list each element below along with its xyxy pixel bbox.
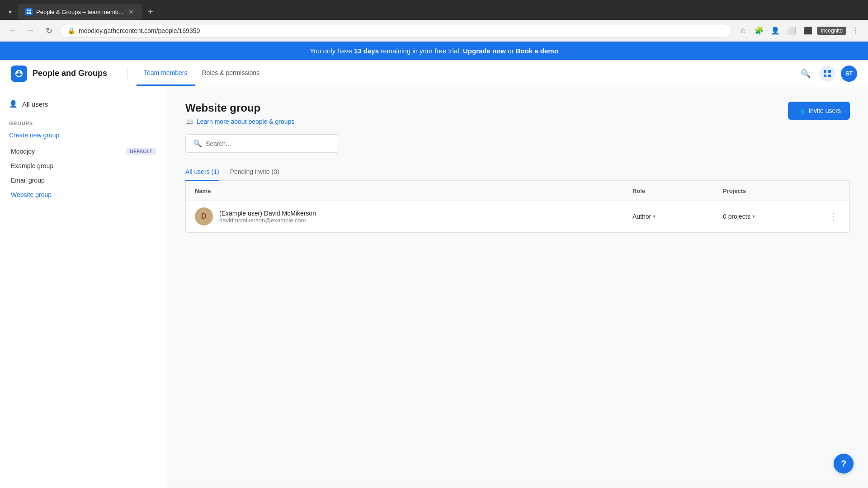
incognito-badge: Incognito [817, 27, 846, 35]
search-box[interactable]: 🔍 [185, 134, 339, 153]
app-logo: People and Groups [11, 66, 107, 82]
tabs: All users (1) Pending invite (0) [185, 164, 850, 181]
tab-favicon [25, 8, 33, 15]
col-actions [813, 188, 840, 194]
extension2-icon[interactable]: ⬜ [784, 23, 799, 38]
nav-roles-permissions[interactable]: Roles & permissions [195, 61, 267, 86]
group-title: Website group [185, 102, 294, 114]
trial-days: 13 days [354, 47, 379, 55]
create-new-group-link[interactable]: Create new group [9, 131, 158, 139]
sidebar-group-email[interactable]: Email group [9, 173, 158, 188]
bookmark-icon[interactable]: ☆ [736, 23, 750, 38]
svg-rect-6 [824, 75, 826, 77]
svg-rect-5 [828, 70, 831, 73]
refresh-button[interactable]: ↻ [42, 23, 56, 38]
more-actions-button[interactable]: ⋮ [826, 209, 840, 224]
browser-tab-active[interactable]: People & Groups – team memb... ✕ [18, 4, 142, 20]
role-chevron-icon: ▾ [653, 213, 656, 220]
user-name: (Example user) David McMikerson [219, 210, 316, 217]
users-table: Name Role Projects D (Example user) Davi… [185, 181, 850, 233]
invite-btn-label: Invite users [808, 107, 841, 114]
content-header: Website group 📖 Learn more about people … [185, 102, 850, 125]
learn-more-text: Learn more about people & groups [197, 118, 294, 125]
group-name-website: Website group [11, 191, 52, 198]
search-input[interactable] [206, 140, 331, 147]
search-icon-button[interactable]: 🔍 [797, 66, 814, 82]
main-content: Website group 📖 Learn more about people … [167, 87, 868, 488]
menu-icon[interactable]: ⋮ [848, 23, 863, 38]
groups-section-label: GROUPS [9, 121, 158, 126]
lock-icon: 🔒 [67, 27, 75, 34]
default-badge: DEFAULT [126, 148, 156, 155]
browser-controls: ← → ↻ 🔒 moodjoy.gathercontent.com/people… [0, 20, 868, 42]
user-icon: 👤 [9, 100, 18, 108]
book-icon: 📖 [185, 118, 193, 125]
upgrade-link[interactable]: Upgrade now [463, 47, 506, 55]
app-body: 👤 All users GROUPS Create new group Mood… [0, 87, 868, 488]
trial-text-or: or [506, 47, 516, 55]
invite-icon: 👥 [797, 107, 805, 114]
learn-more-link[interactable]: 📖 Learn more about people & groups [185, 118, 294, 125]
table-header: Name Role Projects [186, 181, 849, 201]
svg-rect-7 [828, 75, 831, 77]
logo-icon [11, 66, 27, 82]
search-icon: 🔍 [193, 139, 202, 148]
user-email: davidmcmikerson@example.com [219, 217, 316, 224]
browser-action-buttons: ☆ 🧩 👤 ⬜ ⬛ Incognito ⋮ [736, 23, 863, 38]
svg-rect-3 [29, 12, 31, 14]
app-header: People and Groups Team members Roles & p… [0, 60, 868, 87]
user-projects: 0 projects [723, 213, 750, 220]
tab-list-button[interactable]: ▾ [4, 5, 16, 18]
apps-grid-button[interactable] [819, 66, 835, 82]
all-users-label: All users [22, 100, 48, 108]
tab-title: People & Groups – team memb... [36, 9, 123, 15]
user-avatar[interactable]: ST [841, 66, 857, 82]
invite-users-button[interactable]: 👥 Invite users [788, 102, 850, 120]
header-actions: 🔍 ST [797, 66, 857, 82]
group-info: Website group 📖 Learn more about people … [185, 102, 294, 125]
group-name-example: Example group [11, 162, 53, 169]
trial-banner: You only have 13 days remaining in your … [0, 42, 868, 60]
nav-team-members[interactable]: Team members [137, 61, 194, 86]
split-icon[interactable]: ⬛ [801, 23, 815, 38]
book-demo-link[interactable]: Book a demo [516, 47, 558, 55]
back-button[interactable]: ← [5, 23, 20, 38]
svg-rect-1 [29, 9, 31, 11]
sidebar-group-moodjoy[interactable]: Moodjoy DEFAULT [9, 144, 158, 159]
profile-icon[interactable]: 👤 [768, 23, 783, 38]
svg-rect-4 [824, 70, 826, 73]
col-role: Role [632, 188, 723, 194]
user-info: D (Example user) David McMikerson davidm… [195, 207, 632, 225]
help-button[interactable]: ? [834, 454, 854, 474]
new-tab-button[interactable]: + [144, 5, 157, 18]
tab-all-users[interactable]: All users (1) [185, 164, 219, 181]
sidebar-group-example[interactable]: Example group [9, 159, 158, 173]
sidebar-group-website[interactable]: Website group [9, 188, 158, 202]
sidebar: 👤 All users GROUPS Create new group Mood… [0, 87, 167, 488]
trial-text-middle: remaining in your free trial. [379, 47, 463, 55]
col-name: Name [195, 188, 632, 194]
address-bar[interactable]: 🔒 moodjoy.gathercontent.com/people/16935… [60, 24, 732, 38]
tab-pending-invite[interactable]: Pending invite (0) [230, 164, 279, 181]
user-actions-cell: ⋮ [813, 209, 840, 224]
tab-close-button[interactable]: ✕ [127, 8, 135, 16]
browser-chrome: ▾ People & Groups – team memb... ✕ + ← →… [0, 0, 868, 42]
group-name-moodjoy: Moodjoy [11, 148, 35, 155]
sidebar-all-users[interactable]: 👤 All users [9, 98, 158, 110]
col-projects: Projects [723, 188, 813, 194]
table-row: D (Example user) David McMikerson davidm… [186, 201, 849, 232]
user-role-cell[interactable]: Author ▾ [632, 213, 723, 220]
projects-chevron-icon: ▾ [752, 213, 755, 220]
svg-rect-2 [27, 12, 28, 14]
trial-text-before: You only have [310, 47, 354, 55]
app-title: People and Groups [33, 69, 107, 78]
user-role: Author [632, 213, 651, 220]
header-divider [127, 67, 127, 80]
url-text: moodjoy.gathercontent.com/people/169350 [79, 27, 724, 34]
user-projects-cell[interactable]: 0 projects ▾ [723, 213, 813, 220]
extension-icon[interactable]: 🧩 [752, 23, 766, 38]
group-name-email: Email group [11, 177, 45, 184]
user-avatar-image: D [195, 207, 213, 225]
user-details: (Example user) David McMikerson davidmcm… [219, 210, 316, 224]
forward-button[interactable]: → [24, 23, 38, 38]
